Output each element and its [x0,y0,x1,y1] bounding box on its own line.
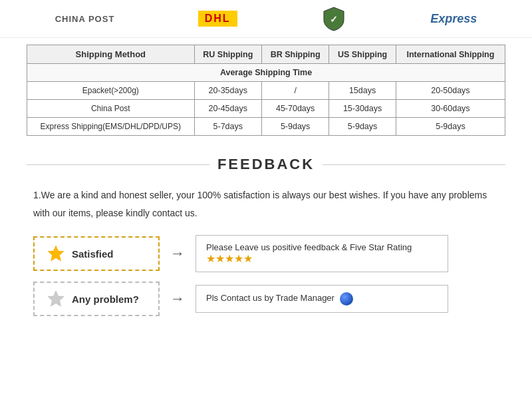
row-0-intl: 20-50days [396,82,505,100]
shipping-table-section: Shipping Method RU Shipping BR Shipping … [0,38,532,149]
gray-star-icon [47,290,65,308]
satisfied-message-text: Please Leave us positive feedback & Five… [206,242,412,252]
row-1-method: China Post [27,100,195,118]
row-2-us: 5-9days [329,118,396,136]
satisfied-message-box: Please Leave us positive feedback & Five… [196,235,448,272]
row-2-br: 5-9days [261,118,329,136]
satisfied-label: Satisfied [72,248,114,260]
feedback-text: 1.We are a kind and honest seller, your … [0,180,532,235]
col-header-us: US Shipping [329,45,396,64]
table-row: Epacket(>200g) 20-35days / 15days 20-50d… [27,82,505,100]
row-1-br: 45-70days [261,100,329,118]
col-header-ru: RU Shipping [194,45,261,64]
satisfied-row: Satisfied → Please Leave us positive fee… [33,235,499,272]
feedback-title: FEEDBACK [217,156,315,173]
satisfied-box: Satisfied [33,236,160,271]
express-logo: Express [430,12,477,26]
row-0-method: Epacket(>200g) [27,82,195,100]
dhl-logo: DHL [198,11,237,27]
logos-bar: CHINA POST DHL ✓ Express [0,0,532,38]
problem-row: Any problem? → Pls Contact us by Trade M… [33,282,499,316]
problem-message-text: Pls Contact us by Trade Manager [206,294,334,304]
shield-logo: ✓ [321,5,347,32]
row-2-intl: 5-9days [396,118,505,136]
feedback-boxes: Satisfied → Please Leave us positive fee… [0,235,532,329]
problem-box: Any problem? [33,282,160,316]
row-1-ru: 20-45days [194,100,261,118]
gold-star-icon [47,244,65,263]
row-1-intl: 30-60days [396,100,505,118]
col-header-br: BR Shipping [261,45,329,64]
arrow-icon: → [170,245,185,262]
svg-marker-2 [48,291,64,306]
star-rating-icons: ★★★★★ [206,253,253,264]
col-header-intl: International Shipping [396,45,505,64]
arrow-icon-2: → [170,290,185,308]
china-post-logo: CHINA POST [55,14,115,24]
table-row: China Post 20-45days 45-70days 15-30days… [27,100,505,118]
row-0-br: / [261,82,329,100]
shipping-table: Shipping Method RU Shipping BR Shipping … [27,45,505,136]
row-0-us: 15days [329,82,396,100]
right-divider [323,164,505,165]
row-2-method: Express Shipping(EMS/DHL/DPD/UPS) [27,118,195,136]
col-header-method: Shipping Method [27,45,195,64]
globe-icon [340,292,353,306]
svg-text:✓: ✓ [330,14,338,25]
problem-label: Any problem? [72,294,139,305]
row-1-us: 15-30days [329,100,396,118]
svg-marker-1 [48,246,64,261]
avg-shipping-time: Average Shipping Time [27,64,505,82]
table-row: Express Shipping(EMS/DHL/DPD/UPS) 5-7day… [27,118,505,136]
left-divider [27,164,209,165]
row-0-ru: 20-35days [194,82,261,100]
feedback-title-row: FEEDBACK [0,149,532,180]
row-2-ru: 5-7days [194,118,261,136]
problem-message-box: Pls Contact us by Trade Manager [196,285,448,313]
